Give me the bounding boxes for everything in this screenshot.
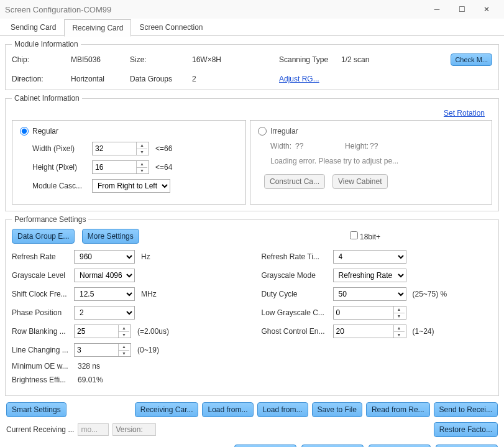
scanning-type-value: 1/2 scan (341, 55, 391, 64)
cabinet-information-group: Cabinet Information Set Rotation Regular… (5, 94, 499, 211)
direction-label: Direction: (12, 75, 71, 83)
line-changing-input[interactable] (75, 344, 118, 356)
brightness-eff-value: 69.01% (74, 376, 103, 384)
scanning-type-label: Scanning Type (279, 55, 341, 64)
module-information-group: Module Information Chip: MBI5036 Size: 1… (5, 40, 499, 90)
performance-settings-group: Performance Settings 18bit+ Data Group E… (5, 215, 499, 396)
load-from-button-2[interactable]: Load from... (257, 402, 308, 417)
duty-cycle-label: Duty Cycle (262, 290, 333, 298)
load-from-button-1[interactable]: Load from... (202, 402, 253, 417)
width-spinner[interactable]: ▲▼ (92, 142, 149, 155)
data-groups-value: 2 (192, 75, 279, 83)
receiving-card-button[interactable]: Receiving Car... (135, 402, 199, 417)
spin-down-icon[interactable]: ▼ (394, 332, 405, 338)
regular-panel: Regular Width (Pixel) ▲▼ <=66 Height (Pi… (12, 120, 246, 205)
spin-up-icon[interactable]: ▲ (137, 142, 147, 149)
close-button[interactable]: Close (436, 445, 498, 447)
min-oe-value: 328 ns (74, 362, 100, 371)
minimize-button[interactable]: ─ (424, 1, 449, 18)
save-system-config-button[interactable]: Save System Co... (301, 445, 364, 447)
module-casc-select[interactable]: From Right to Left (92, 179, 170, 193)
refresh-rate-select[interactable]: 960 (74, 250, 135, 264)
spin-up-icon[interactable]: ▲ (394, 325, 405, 332)
bit18-label: 18bit+ (360, 233, 380, 241)
irr-height-label: Height: (332, 142, 370, 150)
height-input[interactable] (93, 161, 136, 173)
spin-up-icon[interactable]: ▲ (119, 325, 129, 332)
spin-down-icon[interactable]: ▼ (119, 351, 129, 357)
row-blanking-label: Row Blanking ... (12, 327, 74, 336)
save-button[interactable]: Save (369, 445, 431, 447)
low-grayscale-spinner[interactable]: ▲▼ (333, 306, 406, 320)
construct-cabinet-button[interactable]: Construct Ca... (264, 174, 325, 189)
close-window-button[interactable]: ✕ (474, 1, 499, 18)
refresh-rate-ti-select[interactable]: 4 (333, 250, 406, 264)
set-rotation-link[interactable]: Set Rotation (444, 109, 485, 118)
spin-down-icon[interactable]: ▼ (137, 149, 147, 155)
low-grayscale-label: Low Grayscale C... (262, 308, 333, 317)
export-screen-button[interactable]: Export Screen M... (234, 445, 296, 447)
view-cabinet-button[interactable]: View Cabinet (332, 174, 388, 189)
line-changing-label: Line Changing ... (12, 346, 74, 354)
grayscale-mode-label: Grayscale Mode (262, 271, 333, 280)
irregular-radio[interactable] (258, 127, 267, 136)
adjust-rg-link[interactable]: Adjust RG... (279, 75, 341, 83)
brightness-eff-label: Brightness Effi... (12, 376, 74, 384)
line-changing-spinner[interactable]: ▲▼ (74, 343, 131, 357)
ghost-control-input[interactable] (334, 325, 393, 338)
min-oe-label: Minimum OE w... (12, 362, 74, 371)
bit18-checkbox[interactable] (350, 231, 358, 239)
spin-up-icon[interactable]: ▲ (137, 161, 147, 168)
refresh-rate-ti-label: Refresh Rate Ti... (262, 252, 333, 261)
spin-up-icon[interactable]: ▲ (119, 344, 129, 351)
irregular-label: Irregular (270, 127, 298, 136)
regular-radio[interactable] (20, 127, 29, 136)
irregular-panel: Irregular Width: ?? Height: ?? Loading e… (250, 120, 492, 205)
duty-cycle-hint: (25~75) % (406, 290, 447, 298)
height-spinner[interactable]: ▲▼ (92, 160, 149, 174)
ghost-control-spinner[interactable]: ▲▼ (333, 325, 406, 338)
maximize-button[interactable]: ☐ (449, 1, 474, 18)
height-label: Height (Pixel) (20, 163, 92, 172)
chip-value: MBI5036 (71, 55, 130, 64)
more-settings-button[interactable]: More Settings (82, 229, 139, 244)
duty-cycle-select[interactable]: 50 (333, 287, 406, 301)
send-to-receiver-button[interactable]: Send to Recei... (434, 402, 498, 417)
low-grayscale-input[interactable] (334, 306, 393, 319)
refresh-unit: Hz (135, 252, 150, 261)
grayscale-level-label: Grayscale Level (12, 271, 74, 280)
spin-up-icon[interactable]: ▲ (394, 306, 405, 313)
loading-error-text: Loading error. Please try to adjust pe..… (258, 157, 484, 165)
tab-sending-card[interactable]: Sending Card (2, 19, 64, 36)
regular-label: Regular (32, 127, 58, 136)
data-groups-label: Data Groups (130, 75, 192, 83)
current-receiving-label: Current Receiving ... (6, 425, 74, 434)
phase-position-select[interactable]: 2 (74, 306, 135, 320)
chip-label: Chip: (12, 55, 71, 64)
check-module-button[interactable]: Check M... (451, 53, 492, 66)
smart-settings-button[interactable]: Smart Settings (6, 402, 66, 417)
grayscale-level-select[interactable]: Normal 4096 (74, 269, 135, 282)
size-label: Size: (130, 55, 192, 64)
row-blanking-spinner[interactable]: ▲▼ (74, 325, 131, 338)
spin-down-icon[interactable]: ▼ (119, 332, 129, 338)
width-hint: <=66 (149, 144, 172, 153)
direction-value: Horizontal (71, 75, 130, 83)
width-input[interactable] (93, 142, 136, 155)
shift-clock-label: Shift Clock Fre... (12, 290, 74, 298)
save-to-file-button[interactable]: Save to File (312, 402, 362, 417)
irr-height-value: ?? (370, 142, 407, 150)
tab-receiving-card[interactable]: Receiving Card (64, 19, 131, 37)
tab-screen-connection[interactable]: Screen Connection (131, 19, 211, 36)
height-hint: <=64 (149, 163, 172, 172)
row-blanking-input[interactable] (75, 325, 118, 338)
spin-down-icon[interactable]: ▼ (137, 168, 147, 174)
read-from-receiver-button[interactable]: Read from Re... (366, 402, 430, 417)
spin-down-icon[interactable]: ▼ (394, 313, 405, 320)
shift-clock-select[interactable]: 12.5 (74, 287, 135, 301)
row-blanking-hint: (=2.00us) (131, 327, 169, 336)
data-group-ex-button[interactable]: Data Group E... (12, 229, 75, 244)
version-field (112, 423, 156, 436)
grayscale-mode-select[interactable]: Refreshing Rate Pri (333, 269, 406, 282)
restore-factory-button[interactable]: Restore Facto... (434, 422, 498, 437)
